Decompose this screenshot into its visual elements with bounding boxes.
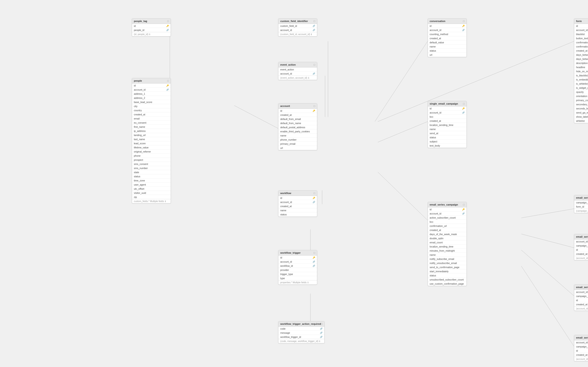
table-header-email_series_subscriber_unsubscribed: email_series_subscriber_unsubscribed□ <box>574 335 588 340</box>
field-row-form-3: button_text <box>574 36 588 40</box>
field-icons-workflow_trigger_action_required-0: 🔗 <box>320 327 322 330</box>
field-name-email_series_campaign_form-1: form_id <box>576 205 584 208</box>
expand-icon-workflow[interactable]: □ <box>314 192 315 194</box>
fk-icon-event_action-1: 🔗 <box>313 73 315 75</box>
field-name-conversation-2: counting_method <box>430 33 448 35</box>
field-row-account-4: default_postal_address <box>278 125 317 129</box>
expand-icon-custom_field_identifier[interactable]: □ <box>314 20 315 23</box>
field-name-people-24: user_agent <box>134 183 146 186</box>
pk-icon-people-0: 🔑 <box>166 84 169 87</box>
pk-icon-people_tag-0: 🔑 <box>166 25 169 27</box>
pk-icon-workflow-0: 🔑 <box>313 197 315 199</box>
field-row-form-21: send_ga_event <box>574 110 588 115</box>
field-name-account-1: created_at <box>280 114 292 116</box>
field-name-email_series_campaign-8: email_count <box>430 241 443 244</box>
table-conversation: conversation□id🔑account_id🔗counting_meth… <box>428 18 467 57</box>
field-row-email_series_subscriber_removed-2: id🔑 <box>574 298 588 302</box>
expand-icon-account[interactable]: □ <box>314 105 315 107</box>
field-name-workflow_trigger-3: provider <box>280 269 289 271</box>
expand-icon-workflow_trigger[interactable]: □ <box>314 251 315 254</box>
field-row-email_series_campaign-7: double_optin <box>428 236 467 240</box>
footer-text-workflow_trigger_action_required: (code, message, workflow_trigger_id) <box>280 340 318 342</box>
field-row-email_series_campaign-8: email_count <box>428 240 467 244</box>
field-row-form-10: headline <box>574 65 588 69</box>
field-name-account-7: phone_number <box>280 138 296 141</box>
field-row-single_email_campaign-5: name <box>428 127 467 131</box>
field-row-form-6: created_at <box>574 49 588 53</box>
field-row-email_series_campaign-17: unsubscribed_subscriber_count <box>428 277 467 282</box>
expand-icon-email_series_campaign[interactable]: □ <box>463 203 465 206</box>
field-name-people-9: eu_consent <box>134 121 146 124</box>
field-row-single_email_campaign-6: send_at <box>428 131 467 135</box>
field-icons-workflow_trigger-2: 🔗 <box>313 265 315 267</box>
field-name-account-0: id <box>280 109 282 112</box>
field-row-people-19: sms_consent <box>132 162 171 166</box>
field-row-single_email_campaign-9: text_body <box>428 144 467 148</box>
field-row-email_series_campaign-11: name <box>428 253 467 257</box>
expand-icon-workflow_trigger_action_required[interactable]: □ <box>321 323 323 325</box>
field-name-email_series_campaign-16: status <box>430 274 436 277</box>
field-row-account-1: created_at <box>278 113 317 117</box>
field-row-email_series_campaign-4: confirmation_url <box>428 224 467 228</box>
field-row-workflow-1: account_id🔗 <box>278 200 317 204</box>
field-name-form-10: headline <box>576 66 585 69</box>
field-name-account-8: primary_email <box>280 142 295 145</box>
field-row-email_series_campaign-12: notify_subscribe_email <box>428 257 467 261</box>
field-name-single_email_campaign-3: created_at <box>430 119 441 122</box>
table-single_email_campaign: single_email_campaign□id🔑account_id🔗bccc… <box>428 101 467 148</box>
fk-icon-workflow_trigger_action_required-1: 🔗 <box>320 332 322 334</box>
expand-icon-event_action[interactable]: □ <box>314 63 315 66</box>
field-name-people-12: landing_url <box>134 134 146 136</box>
field-row-people-14: lead_score <box>132 141 171 145</box>
field-row-account-6: name <box>278 133 317 138</box>
field-row-single_email_campaign-2: bcc <box>428 115 467 119</box>
field-name-email_series_campaign-15: start_immediately <box>430 270 449 273</box>
field-name-form-13: is_embeddable <box>576 78 588 81</box>
table-title-email_series_campaign_form: email_series_campaign_form <box>576 196 588 199</box>
field-row-email_series_subscriber_unsubscribed-3: created_at <box>574 353 588 357</box>
field-name-people-7: created_at <box>134 113 145 116</box>
field-row-workflow_trigger-0: id🔑 <box>278 256 317 260</box>
field-name-form-21: send_ga_event <box>576 111 588 114</box>
field-row-people-16: original_referrer <box>132 150 171 154</box>
field-row-email_series_campaign-0: id🔑 <box>428 207 467 211</box>
field-name-account-4: default_postal_address <box>280 126 305 129</box>
svg-line-14 <box>521 266 574 346</box>
table-footer-email_series_subscriber_active: (account_id, campaign_id, id)ℹ <box>574 256 588 260</box>
table-footer-custom_field_identifier: (custom_field_id, account_id)ℹ <box>278 32 317 36</box>
field-row-event_action-1: account_id🔗 <box>278 72 317 76</box>
field-name-account-9: url <box>280 147 283 149</box>
expand-icon-people[interactable]: □ <box>167 79 169 82</box>
field-name-single_email_campaign-8: subject <box>430 140 437 143</box>
table-title-custom_field_identifier: custom_field_identifier <box>280 20 308 23</box>
field-row-workflow_trigger_action_required-0: code🔗 <box>278 327 324 331</box>
field-row-conversation-6: status <box>428 49 467 53</box>
expand-icon-single_email_campaign[interactable]: □ <box>463 102 465 105</box>
field-row-form-12: is_blacklist_enabled <box>574 73 588 77</box>
field-name-form-1: account_id <box>576 29 588 31</box>
field-name-email_series_campaign-17: unsubscribed_subscriber_count <box>430 278 464 281</box>
table-form: form□id🔑account_id🔗blacklistbutton_textc… <box>574 18 588 123</box>
field-name-form-0: id <box>576 25 578 27</box>
table-title-workflow_trigger_action_required: workflow_trigger_action_required <box>280 323 321 325</box>
field-row-email_series_subscriber_active-2: id🔑 <box>574 248 588 252</box>
field-icons-conversation-1: 🔗 <box>462 29 465 31</box>
expand-icon-conversation[interactable]: □ <box>463 20 465 23</box>
field-row-custom_field_identifier-1: account_id🔗 <box>278 28 317 32</box>
table-title-people: people <box>134 79 142 82</box>
table-people_tag: people_tag□id🔑people_id🔗(id, people_id)ℹ <box>132 18 171 36</box>
fk-icon-workflow_trigger-2: 🔗 <box>313 265 315 267</box>
field-name-people-2: address_1 <box>134 92 145 95</box>
field-row-account-7: phone_number <box>278 138 317 142</box>
field-row-email_series_campaign-2: active_subscriber_count <box>428 216 467 220</box>
field-name-single_email_campaign-6: send_at <box>430 132 438 135</box>
footer-text-email_series_subscriber_active: (account_id, campaign_id, id) <box>576 257 588 259</box>
field-name-email_series_campaign-7: double_optin <box>430 237 443 240</box>
field-row-people-11: ip_address <box>132 129 171 133</box>
expand-icon-people_tag[interactable]: □ <box>167 20 169 23</box>
field-row-people-8: email <box>132 117 171 121</box>
footer-text-event_action: (event_action, account_id) <box>280 77 307 79</box>
field-icons-workflow_trigger_action_required-1: 🔗 <box>320 332 322 334</box>
field-row-people-22: status <box>132 174 171 178</box>
field-name-workflow_trigger_action_required-1: message <box>280 332 290 334</box>
